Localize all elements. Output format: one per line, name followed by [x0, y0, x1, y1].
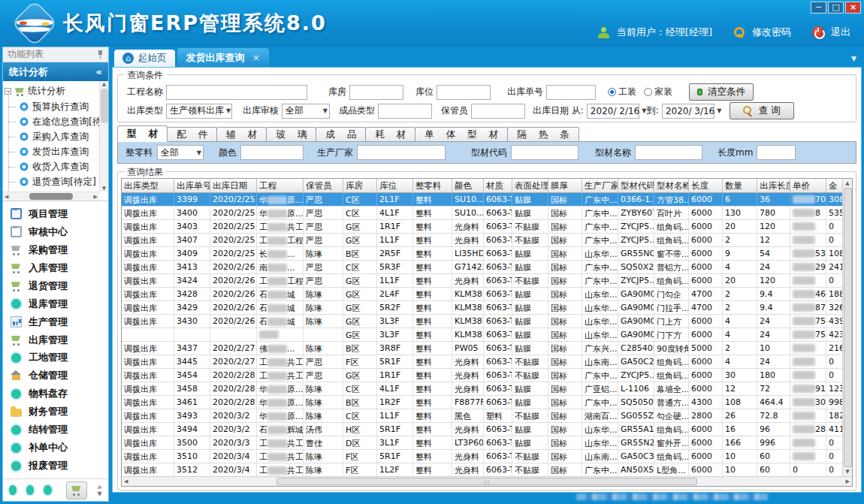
material-tab[interactable]: 耗 材	[365, 127, 415, 142]
tree-horizontal-scrollbar[interactable]: ◀ ▶	[3, 192, 99, 201]
sidebar-module-item[interactable]: 退货管理	[11, 279, 108, 293]
grid-row[interactable]: 调拨出库34132020/2/26南...严思C区5R3F整料G71422606…	[122, 261, 842, 274]
pin-icon[interactable]	[97, 50, 104, 59]
grid-scroll-right-icon[interactable]: ▶	[846, 478, 850, 484]
material-tab[interactable]: 隔 热 条	[507, 127, 579, 142]
tree-item[interactable]: 采购入库查询	[5, 129, 99, 144]
sidebar-module-item[interactable]: 采购管理	[11, 243, 108, 257]
grid-row[interactable]: 调拨出库34932020/3/2华原...陈琳C区1L1F整料黑色塑料不贴膜国标…	[122, 409, 842, 423]
grid-column-header[interactable]: 单价	[790, 179, 826, 192]
grid-column-header[interactable]: 型材名称	[654, 179, 689, 192]
grid-column-header[interactable]: 出库单号	[174, 179, 210, 192]
grid-row[interactable]: 调拨出库35102020/3/4工共工程陈琳F区5R1F整料光身料6063-T5…	[122, 450, 842, 463]
sidebar-module-item[interactable]: 生产管理	[11, 315, 108, 329]
tab-home[interactable]: ⌂ 起始页	[114, 50, 175, 67]
profile-name-input[interactable]	[635, 145, 702, 160]
date-to-picker[interactable]: 2020/ 3/16▼	[662, 104, 714, 119]
sidebar-module-item[interactable]: 出库管理	[11, 333, 108, 347]
grid-row[interactable]: 调拨出库34372020/2/27佛...陈琳B区3R8F整料PW056063-…	[122, 342, 842, 355]
minimize-button[interactable]: ─	[811, 2, 826, 14]
tab-shipment-outbound-query[interactable]: 发货出库查询 ×	[177, 48, 270, 67]
radio-selected-icon[interactable]	[608, 88, 616, 96]
grid-vscroll-thumb[interactable]	[844, 188, 852, 467]
grid-row[interactable]: 调拨出库34302020/2/26石城陈琳G区3L3F整料KLM38176063…	[122, 315, 842, 328]
change-password-link[interactable]: 修改密码	[752, 26, 791, 39]
material-tab[interactable]: 配 件	[167, 127, 217, 142]
sidebar-module-item[interactable]: 结转管理	[11, 423, 108, 436]
material-tab[interactable]: 型 材	[117, 125, 168, 142]
maker-input[interactable]	[357, 145, 446, 160]
product-type-input[interactable]	[378, 104, 432, 119]
sidebar-module-item[interactable]: 补单中心	[11, 441, 108, 454]
radio-jiazhuang[interactable]: 家装	[644, 86, 672, 98]
tree-item[interactable]: 收货入库查询	[5, 159, 99, 174]
tree-hscroll-thumb[interactable]	[29, 193, 73, 200]
grid-row[interactable]: 调拨出库34292020/2/26石城陈琳G区5R2F整料KLM38176063…	[122, 301, 842, 315]
tab-list-dropdown-icon[interactable]: ▼	[851, 55, 856, 62]
keeper-input[interactable]	[471, 104, 525, 119]
grid-column-header[interactable]: 材质	[484, 179, 512, 192]
radio-gongzhuang[interactable]: 工装	[608, 86, 636, 98]
profile-code-input[interactable]	[511, 145, 579, 160]
color-input[interactable]	[240, 145, 304, 160]
collapse-icon[interactable]: «	[96, 66, 102, 77]
grid-column-header[interactable]: 出库长度	[757, 179, 790, 192]
grid-row[interactable]: 调拨出库34612020/2/28华原...陈琳B区1R2F整料F8877FT6…	[122, 396, 842, 409]
date-from-picker[interactable]: 2020/ 2/16▼	[587, 104, 639, 119]
grid-row[interactable]: 调拨出库33992020/2/25华原...严思C区2L1F整料SU10...6…	[122, 193, 842, 207]
grid-scroll-down-icon[interactable]: ▼	[845, 469, 849, 475]
grid-column-header[interactable]: 工程	[257, 179, 304, 192]
menu-overflow-button[interactable]: » ▼	[97, 484, 102, 497]
material-tab[interactable]: 成 品	[316, 127, 366, 142]
grid-row[interactable]: 调拨出库34582020/2/28华原...陈琳C区4L1F整料光身料6063-…	[122, 382, 842, 396]
logout-link[interactable]: 退出	[831, 26, 850, 39]
tree-root-node[interactable]: − 统计分析	[5, 83, 99, 99]
module-dot-icon[interactable]	[9, 485, 17, 495]
maximize-button[interactable]: □	[828, 2, 844, 14]
grid-column-header[interactable]: 金	[826, 179, 843, 192]
material-tab[interactable]: 单 体 型 材	[415, 127, 508, 142]
warehouse-input[interactable]	[349, 85, 403, 100]
grid-scroll-left-icon[interactable]: ◀	[124, 478, 128, 484]
material-tab[interactable]: 辅 材	[216, 127, 267, 142]
sidebar-module-item[interactable]: 工地管理	[11, 351, 108, 364]
grid-scroll-up-icon[interactable]: ▲	[845, 180, 849, 186]
tree-vertical-scrollbar[interactable]: ▲ ▼	[99, 81, 108, 192]
length-input[interactable]	[757, 145, 796, 160]
grid-column-header[interactable]: 保管员	[304, 179, 343, 192]
grid-row[interactable]: G区3L3F整料KLM38176063-T5贴膜国标山东华...GA90M09.…	[122, 328, 842, 342]
sidebar-module-item[interactable]: 仓储管理	[11, 369, 108, 382]
audit-select[interactable]: 全部▼	[282, 104, 330, 119]
grid-column-header[interactable]: 数量	[723, 179, 757, 192]
sidebar-module-item[interactable]: 入库管理	[11, 261, 108, 275]
tab-close-icon[interactable]: ×	[252, 52, 261, 63]
grid-column-header[interactable]: 库房	[343, 179, 377, 192]
tree-item[interactable]: 发货出库查询	[5, 144, 99, 159]
grid-row[interactable]: 调拨出库34072020/2/25工工程严思G区1L1F整料光身料6063-T5…	[122, 234, 842, 247]
sidebar-section-header[interactable]: 统计分析 «	[3, 62, 108, 81]
grid-column-header[interactable]: 生产厂家	[582, 179, 618, 192]
scroll-down-icon[interactable]: ▼	[102, 186, 106, 192]
sidebar-module-item[interactable]: 报废管理	[11, 459, 108, 472]
tree-item[interactable]: 退货查询[待定]	[5, 174, 99, 189]
grid-row[interactable]: 调拨出库34942020/3/2石辉城汤伟H区5R1F整料光身料6063-T5贴…	[122, 423, 842, 436]
project-name-input[interactable]	[166, 85, 307, 100]
clear-conditions-button[interactable]: 清空条件	[689, 83, 754, 101]
scroll-up-icon[interactable]: ▲	[102, 81, 106, 87]
order-no-input[interactable]	[546, 85, 596, 100]
grid-hscroll-thumb[interactable]: |||	[276, 478, 697, 485]
sidebar-module-item[interactable]: 财务管理	[11, 405, 108, 418]
grid-row[interactable]: 调拨出库34002020/2/25华原...严思C区4L1F整料SU10...6…	[122, 207, 842, 220]
cart-module-button[interactable]	[66, 481, 88, 499]
tree-item[interactable]: 在途信息查询[待	[5, 114, 99, 129]
close-button[interactable]: ×	[845, 2, 861, 14]
grid-row[interactable]: 调拨出库34542020/2/28工共工程严思G区1R1F整料光身料6063-T…	[122, 369, 842, 382]
grid-horizontal-scrollbar[interactable]: ◀ ||| ▶	[122, 476, 852, 486]
grid-row[interactable]: 调拨出库35002020/3/3工共工程曹佳D区3L1F整料LT3P606063…	[122, 436, 842, 450]
grid-column-header[interactable]: 出库类型	[122, 179, 174, 192]
tree-vscroll-thumb[interactable]	[101, 89, 108, 123]
grid-column-header[interactable]: 型材代码	[618, 179, 654, 192]
material-tab[interactable]: 玻 璃	[266, 127, 316, 142]
outbound-type-select[interactable]: 生产领料出库▼	[166, 104, 232, 119]
grid-column-header[interactable]: 库位	[377, 179, 413, 192]
